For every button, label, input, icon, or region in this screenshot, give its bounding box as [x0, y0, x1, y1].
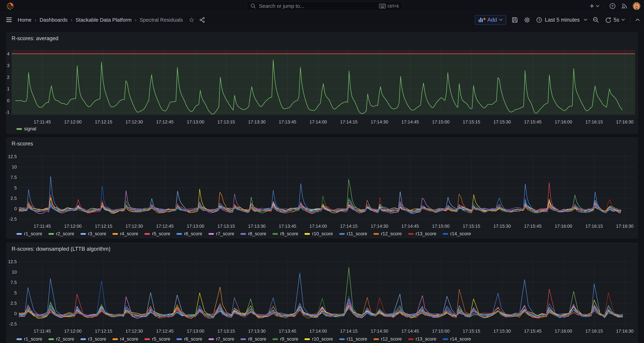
legend-item-r6_score[interactable]: r6_score — [176, 231, 202, 236]
x-axis-tick-label: 17:15:45 — [518, 223, 548, 229]
grafana-dashboard: Search or jump to... ctrl+k — [0, 0, 644, 343]
legend-item-r10_score[interactable]: r10_score — [304, 231, 333, 236]
legend-item-r3_score[interactable]: r3_score — [80, 336, 106, 342]
zoom-out-time-button[interactable] — [592, 17, 599, 23]
breadcrumb-dashboards[interactable]: Dashboards — [40, 17, 68, 23]
legend-item-r9_score[interactable]: r9_score — [272, 336, 298, 342]
x-axis-tick-label: 17:15:00 — [426, 328, 456, 334]
x-axis-tick-label: 17:13:45 — [273, 328, 302, 334]
y-axis-tick-label: -1 — [0, 110, 10, 115]
x-axis-tick-label: 17:16:00 — [549, 328, 578, 334]
help-button[interactable]: ? — [609, 2, 616, 10]
legend-item-r9_score[interactable]: r9_score — [272, 231, 298, 236]
y-axis-tick-label: 4 — [0, 51, 10, 57]
legend-item-r5_score[interactable]: r5_score — [144, 231, 170, 236]
legend-label: r1_score — [24, 231, 42, 236]
legend-label: r10_score — [312, 336, 333, 342]
x-axis-tick-label: 17:15:45 — [518, 328, 548, 334]
legend-item-r12_score[interactable]: r12_score — [374, 231, 402, 236]
legend-color-pill — [16, 128, 22, 130]
legend-label: r9_score — [280, 336, 298, 342]
time-range-picker[interactable]: Last 5 minutes — [536, 17, 588, 23]
x-axis-tick-label: 17:12:30 — [120, 328, 149, 334]
add-button-label: Add — [487, 17, 497, 23]
news-button[interactable] — [621, 3, 628, 10]
y-axis-tick-label: 2 — [0, 75, 10, 80]
legend-item-r11_score[interactable]: r11_score — [339, 336, 367, 342]
y-axis-tick-label: 7.5 — [1, 175, 17, 180]
legend-item-r1_score[interactable]: r1_score — [16, 336, 42, 342]
share-icon[interactable] — [199, 17, 206, 23]
x-axis-tick-label: 17:14:15 — [334, 119, 364, 125]
legend-item-r3_score[interactable]: r3_score — [80, 231, 106, 236]
add-panel-button[interactable]: + Add — [475, 15, 506, 25]
x-axis-tick-label: 17:16:00 — [549, 119, 578, 125]
legend-color-pill — [272, 338, 278, 340]
legend-item-r2_score[interactable]: r2_score — [48, 336, 74, 342]
y-axis-tick-label: 5 — [1, 185, 17, 190]
legend-label: signal — [24, 126, 36, 132]
legend-item-r5_score[interactable]: r5_score — [144, 336, 170, 342]
legend-item-r10_score[interactable]: r10_score — [304, 336, 333, 342]
user-avatar[interactable] — [632, 2, 640, 10]
legend-item-r6_score[interactable]: r6_score — [176, 336, 202, 342]
legend-item-r8_score[interactable]: r8_score — [240, 231, 266, 236]
x-axis-tick-label: 17:13:45 — [273, 223, 302, 229]
panel-title[interactable]: R-scores: averaged — [12, 35, 58, 42]
x-axis-tick-label: 17:15:30 — [488, 223, 517, 229]
plot-area[interactable] — [19, 259, 635, 327]
legend-label: r3_score — [88, 336, 106, 342]
legend-item-signal[interactable]: signal — [16, 126, 36, 132]
legend: r1_scorer2_scorer3_scorer4_scorer5_score… — [16, 231, 471, 236]
legend-item-r7_score[interactable]: r7_score — [208, 231, 234, 236]
x-axis-tick-label: 17:15:00 — [426, 223, 456, 229]
legend-item-r11_score[interactable]: r11_score — [339, 231, 367, 236]
panel-title[interactable]: R-scores — [12, 141, 33, 147]
legend-item-r13_score[interactable]: r13_score — [408, 231, 436, 236]
legend-item-r14_score[interactable]: r14_score — [443, 231, 471, 236]
plot-area[interactable] — [19, 154, 635, 220]
breadcrumb-folder[interactable]: Stackable Data Platform — [76, 17, 132, 23]
y-axis-tick-label: 0 — [1, 311, 17, 316]
x-axis-tick-label: 17:12:15 — [89, 223, 118, 229]
panel-title[interactable]: R-scores: downsampled (LTTB algorithm) — [12, 246, 110, 252]
legend-item-r14_score[interactable]: r14_score — [443, 336, 471, 342]
legend-item-r13_score[interactable]: r13_score — [408, 336, 436, 342]
favorite-star-icon[interactable]: ☆ — [189, 16, 194, 24]
legend-label: r6_score — [184, 231, 202, 236]
menu-toggle-button[interactable] — [6, 18, 12, 22]
breadcrumb-separator: › — [135, 17, 137, 23]
legend-label: r12_score — [381, 231, 402, 236]
divider — [630, 17, 630, 23]
refresh-controls[interactable]: 5s — [604, 17, 625, 23]
legend-color-pill — [208, 233, 214, 235]
x-axis-tick-label: 17:14:45 — [396, 328, 425, 334]
legend-item-r4_score[interactable]: r4_score — [112, 231, 138, 236]
plot-area[interactable] — [12, 50, 635, 115]
legend-label: r14_score — [450, 231, 471, 236]
legend-item-r7_score[interactable]: r7_score — [208, 336, 234, 342]
grafana-logo[interactable] — [6, 2, 14, 11]
legend-item-r2_score[interactable]: r2_score — [48, 231, 74, 236]
legend-item-r8_score[interactable]: r8_score — [240, 336, 266, 342]
x-axis-tick-label: 17:13:00 — [181, 223, 210, 229]
x-axis-tick-label: 17:15:30 — [488, 119, 517, 125]
legend-item-r12_score[interactable]: r12_score — [374, 336, 402, 342]
x-axis-tick-label: 17:12:00 — [58, 223, 88, 229]
dashboard-settings-button[interactable] — [524, 16, 531, 24]
legend-item-r1_score[interactable]: r1_score — [16, 231, 42, 236]
legend-color-pill — [112, 233, 118, 235]
x-axis-tick-label: 17:15:00 — [426, 119, 456, 125]
legend-color-pill — [48, 338, 54, 340]
new-menu-button[interactable]: + — [590, 3, 600, 10]
legend-item-r4_score[interactable]: r4_score — [112, 336, 138, 342]
x-axis-tick-label: 17:13:15 — [212, 119, 241, 125]
legend-color-pill — [16, 233, 22, 235]
search-input[interactable]: Search or jump to... ctrl+k — [246, 2, 403, 11]
breadcrumb-home[interactable]: Home — [18, 17, 32, 23]
save-dashboard-button[interactable] — [511, 17, 518, 23]
legend-label: r1_score — [24, 336, 42, 342]
legend-label: r9_score — [280, 231, 298, 236]
kiosk-mode-button[interactable] — [635, 18, 640, 21]
x-axis-tick-label: 17:15:15 — [457, 328, 486, 334]
